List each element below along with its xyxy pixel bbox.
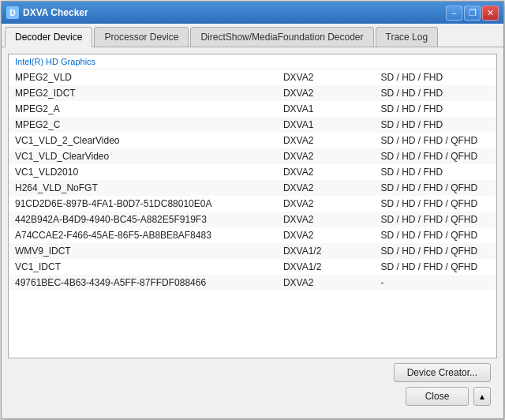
content-area: Intel(R) HD Graphics MPEG2_VLDDXVA2SD / … xyxy=(2,47,503,418)
cell-version: DXVA2 xyxy=(277,69,375,85)
cell-name: VC1_VLD_2_ClearVideo xyxy=(9,133,277,148)
cell-modes: SD / HD / FHD xyxy=(374,85,496,101)
title-bar-left: D DXVA Checker xyxy=(6,6,88,19)
cell-modes: SD / HD / FHD / QFHD xyxy=(374,133,496,148)
close-window-button[interactable]: ✕ xyxy=(482,6,499,21)
cell-name: 91CD2D6E-897B-4FA1-B0D7-51DC88010E0A xyxy=(9,196,277,212)
cell-name: VC1_VLD_ClearVideo xyxy=(9,148,277,164)
cell-version: DXVA2 xyxy=(277,85,375,101)
table-row[interactable]: VC1_VLD_ClearVideoDXVA2SD / HD / FHD / Q… xyxy=(9,148,496,164)
cell-name: VC1_IDCT xyxy=(9,259,277,275)
cell-name: 49761BEC-4B63-4349-A5FF-87FFDF088466 xyxy=(9,275,277,291)
close-bar: Close ▲ xyxy=(8,387,497,412)
cell-version: DXVA2 xyxy=(277,196,375,212)
table-row[interactable]: MPEG2_CDXVA1SD / HD / FHD xyxy=(9,117,496,133)
table-row[interactable]: VC1_VLD_2_ClearVideoDXVA2SD / HD / FHD /… xyxy=(9,133,496,148)
table-row[interactable]: 442B942A-B4D9-4940-BC45-A882E5F919F3DXVA… xyxy=(9,212,496,227)
cell-version: DXVA2 xyxy=(277,133,375,148)
table-row[interactable]: A74CCAE2-F466-45AE-86F5-AB8BE8AF8483DXVA… xyxy=(9,227,496,243)
window-title: DXVA Checker xyxy=(23,7,88,18)
cell-name: MPEG2_C xyxy=(9,117,277,133)
cell-version: DXVA2 xyxy=(277,275,375,291)
cell-modes: SD / HD / FHD / QFHD xyxy=(374,148,496,164)
cell-name: A74CCAE2-F466-45AE-86F5-AB8BE8AF8483 xyxy=(9,227,277,243)
cell-name: H264_VLD_NoFGT xyxy=(9,180,277,196)
decoder-table: MPEG2_VLDDXVA2SD / HD / FHDMPEG2_IDCTDXV… xyxy=(9,69,496,291)
scroll-up-button[interactable]: ▲ xyxy=(473,387,491,406)
cell-version: DXVA2 xyxy=(277,164,375,180)
cell-modes: - xyxy=(374,275,496,291)
device-creator-button[interactable]: Device Creator... xyxy=(394,363,491,382)
group-label: Intel(R) HD Graphics xyxy=(9,54,496,69)
tab-trace-log[interactable]: Trace Log xyxy=(376,27,439,47)
tab-decoder-device[interactable]: Decoder Device xyxy=(5,27,92,47)
table-row[interactable]: 49761BEC-4B63-4349-A5FF-87FFDF088466DXVA… xyxy=(9,275,496,291)
table-row[interactable]: WMV9_IDCTDXVA1/2SD / HD / FHD / QFHD xyxy=(9,243,496,259)
cell-name: VC1_VLD2010 xyxy=(9,164,277,180)
close-button[interactable]: Close xyxy=(406,387,469,406)
table-row[interactable]: VC1_VLD2010DXVA2SD / HD / FHD xyxy=(9,164,496,180)
app-icon: D xyxy=(6,6,19,19)
cell-version: DXVA1/2 xyxy=(277,243,375,259)
cell-modes: SD / HD / FHD / QFHD xyxy=(374,180,496,196)
main-window: D DXVA Checker – ❐ ✕ Decoder Device Proc… xyxy=(1,1,504,419)
cell-modes: SD / HD / FHD / QFHD xyxy=(374,212,496,227)
decoder-table-container[interactable]: Intel(R) HD Graphics MPEG2_VLDDXVA2SD / … xyxy=(8,54,497,358)
table-row[interactable]: H264_VLD_NoFGTDXVA2SD / HD / FHD / QFHD xyxy=(9,180,496,196)
table-row[interactable]: 91CD2D6E-897B-4FA1-B0D7-51DC88010E0ADXVA… xyxy=(9,196,496,212)
tab-directshow-decoder[interactable]: DirectShow/MediaFoundation Decoder xyxy=(190,27,373,47)
cell-version: DXVA2 xyxy=(277,212,375,227)
cell-version: DXVA2 xyxy=(277,148,375,164)
cell-modes: SD / HD / FHD / QFHD xyxy=(374,196,496,212)
cell-modes: SD / HD / FHD xyxy=(374,101,496,117)
cell-version: DXVA1/2 xyxy=(277,259,375,275)
cell-modes: SD / HD / FHD / QFHD xyxy=(374,243,496,259)
bottom-bar: Device Creator... xyxy=(8,358,497,387)
cell-modes: SD / HD / FHD / QFHD xyxy=(374,227,496,243)
cell-version: DXVA1 xyxy=(277,101,375,117)
cell-modes: SD / HD / FHD xyxy=(374,164,496,180)
table-row[interactable]: MPEG2_VLDDXVA2SD / HD / FHD xyxy=(9,69,496,85)
cell-name: MPEG2_VLD xyxy=(9,69,277,85)
restore-button[interactable]: ❐ xyxy=(464,6,481,21)
cell-modes: SD / HD / FHD xyxy=(374,69,496,85)
cell-modes: SD / HD / FHD / QFHD xyxy=(374,259,496,275)
table-row[interactable]: VC1_IDCTDXVA1/2SD / HD / FHD / QFHD xyxy=(9,259,496,275)
title-bar: D DXVA Checker – ❐ ✕ xyxy=(2,2,503,24)
tab-bar: Decoder Device Processor Device DirectSh… xyxy=(2,24,503,47)
cell-version: DXVA2 xyxy=(277,227,375,243)
cell-name: WMV9_IDCT xyxy=(9,243,277,259)
table-row[interactable]: MPEG2_ADXVA1SD / HD / FHD xyxy=(9,101,496,117)
cell-name: MPEG2_A xyxy=(9,101,277,117)
cell-version: DXVA2 xyxy=(277,180,375,196)
title-bar-buttons: – ❐ ✕ xyxy=(446,6,499,21)
cell-name: 442B942A-B4D9-4940-BC45-A882E5F919F3 xyxy=(9,212,277,227)
tab-processor-device[interactable]: Processor Device xyxy=(94,27,189,47)
minimize-button[interactable]: – xyxy=(446,6,462,21)
cell-version: DXVA1 xyxy=(277,117,375,133)
cell-name: MPEG2_IDCT xyxy=(9,85,277,101)
table-row[interactable]: MPEG2_IDCTDXVA2SD / HD / FHD xyxy=(9,85,496,101)
cell-modes: SD / HD / FHD xyxy=(374,117,496,133)
